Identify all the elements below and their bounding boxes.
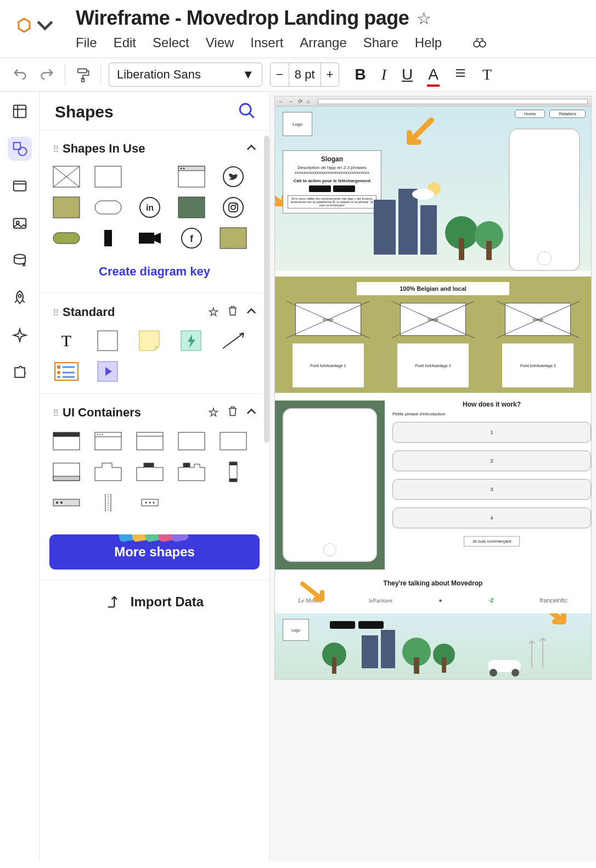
shape-panel-thin[interactable] bbox=[220, 430, 247, 452]
align-button[interactable] bbox=[454, 66, 467, 83]
wf-nav-home[interactable]: Home bbox=[515, 110, 545, 118]
import-data-button[interactable]: Import Data bbox=[40, 579, 269, 624]
menu-view[interactable]: View bbox=[206, 35, 234, 53]
menu-select[interactable]: Select bbox=[153, 35, 189, 53]
shape-tab-filled[interactable] bbox=[136, 461, 164, 483]
more-shapes-button[interactable]: More shapes bbox=[49, 534, 260, 570]
shape-browser-dots[interactable] bbox=[94, 430, 122, 452]
svg-point-27 bbox=[231, 205, 235, 210]
pin-icon[interactable]: ☆ bbox=[208, 305, 219, 319]
wf-belgian-title: 100% Belgian and local bbox=[357, 282, 509, 295]
shape-list[interactable] bbox=[53, 360, 80, 382]
italic-button[interactable]: I bbox=[381, 66, 386, 83]
text-color-button[interactable]: A bbox=[428, 66, 438, 83]
svg-point-40 bbox=[57, 371, 60, 374]
star-icon[interactable]: ☆ bbox=[417, 9, 431, 28]
collapse-icon[interactable] bbox=[246, 305, 256, 319]
wf-nav-retailers[interactable]: Retailers bbox=[549, 110, 586, 118]
text-tool-button[interactable]: T bbox=[482, 66, 492, 83]
wf-step-4[interactable]: 4 bbox=[392, 508, 591, 528]
shape-black-bar[interactable] bbox=[94, 227, 122, 249]
wf-step-3[interactable]: 3 bbox=[392, 479, 591, 500]
shape-play[interactable] bbox=[94, 360, 122, 382]
shape-olive-rect[interactable] bbox=[53, 196, 80, 218]
shape-vstack[interactable] bbox=[220, 461, 247, 483]
annotation-arrow bbox=[300, 579, 327, 606]
menu-insert[interactable]: Insert bbox=[250, 35, 283, 53]
menu-help[interactable]: Help bbox=[415, 35, 442, 53]
shape-browser[interactable] bbox=[178, 166, 205, 188]
rail-image-icon[interactable] bbox=[8, 211, 32, 235]
shape-rounded-rect[interactable] bbox=[94, 196, 122, 218]
size-increase[interactable]: + bbox=[321, 63, 339, 86]
wf-step-2[interactable]: 2 bbox=[392, 450, 591, 471]
shape-linkedin-icon[interactable]: in bbox=[136, 196, 164, 218]
rail-data-icon[interactable] bbox=[8, 249, 32, 273]
svg-rect-69 bbox=[459, 238, 464, 260]
app-logo[interactable] bbox=[15, 16, 54, 34]
shape-tab[interactable] bbox=[94, 461, 122, 483]
trash-icon[interactable] bbox=[227, 405, 239, 420]
svg-point-63 bbox=[149, 502, 151, 504]
shape-flash[interactable] bbox=[178, 330, 205, 352]
shape-twitter-icon[interactable] bbox=[220, 166, 247, 188]
wf-adv-1: Point fort/Avantage 1 bbox=[293, 343, 364, 387]
svg-rect-29 bbox=[53, 233, 80, 244]
shape-arrow[interactable] bbox=[220, 330, 247, 352]
shape-green-rect[interactable] bbox=[178, 196, 205, 218]
search-icon[interactable] bbox=[473, 35, 487, 53]
collapse-icon[interactable] bbox=[246, 405, 256, 420]
canvas[interactable]: ←→⟳⌂ Home Retailers Logo Slogan Descript… bbox=[270, 92, 596, 861]
rail-sparkle-icon[interactable] bbox=[8, 323, 32, 347]
wireframe-browser[interactable]: ←→⟳⌂ Home Retailers Logo Slogan Descript… bbox=[274, 96, 592, 680]
trash-icon[interactable] bbox=[227, 305, 239, 320]
shape-video-icon[interactable] bbox=[136, 227, 164, 249]
rail-shapes-icon[interactable] bbox=[8, 137, 32, 161]
shape-facebook-icon[interactable]: f bbox=[178, 227, 205, 249]
wf-merchant-btn[interactable]: Je suis commerçant bbox=[464, 536, 519, 546]
size-decrease[interactable]: − bbox=[271, 63, 289, 86]
shape-note[interactable] bbox=[136, 330, 164, 352]
wf-step-1[interactable]: 1 bbox=[392, 422, 591, 443]
shape-rectangle[interactable] bbox=[94, 166, 122, 188]
section-title: Shapes In Use bbox=[63, 142, 145, 155]
shape-olive-rect-2[interactable] bbox=[220, 227, 247, 249]
shape-split-v[interactable] bbox=[94, 492, 122, 514]
shape-square[interactable] bbox=[94, 330, 122, 352]
svg-rect-54 bbox=[183, 463, 190, 467]
document-title[interactable]: Wireframe - Movedrop Landing page bbox=[76, 7, 409, 30]
collapse-icon[interactable] bbox=[246, 142, 256, 156]
size-value[interactable]: 8 pt bbox=[289, 63, 321, 86]
rail-puzzle-icon[interactable] bbox=[8, 360, 32, 385]
shape-pill-green[interactable] bbox=[53, 227, 80, 249]
shape-browser-dark[interactable] bbox=[53, 430, 80, 452]
paint-roller-icon[interactable] bbox=[73, 65, 93, 84]
undo-button[interactable] bbox=[10, 65, 30, 84]
shape-instagram-icon[interactable] bbox=[220, 196, 247, 218]
shape-menu-dots[interactable] bbox=[136, 492, 164, 514]
scrollbar[interactable] bbox=[264, 136, 269, 443]
shapes-panel: Shapes ⠿Shapes In Use in bbox=[40, 92, 270, 861]
rail-panels-icon[interactable] bbox=[8, 99, 32, 123]
font-select[interactable]: Liberation Sans ▼ bbox=[109, 63, 262, 87]
shape-footer-panel[interactable] bbox=[53, 461, 80, 483]
redo-button[interactable] bbox=[37, 65, 57, 84]
bold-button[interactable]: B bbox=[355, 66, 366, 83]
shape-panel[interactable] bbox=[178, 430, 205, 452]
menu-file[interactable]: File bbox=[76, 35, 97, 53]
create-key-link[interactable]: Create diagram key bbox=[49, 251, 260, 284]
shape-image-placeholder[interactable] bbox=[53, 166, 80, 188]
rail-window-icon[interactable] bbox=[8, 174, 32, 198]
shape-text[interactable]: T bbox=[53, 330, 80, 352]
menu-edit[interactable]: Edit bbox=[114, 35, 136, 53]
menu-share[interactable]: Share bbox=[363, 35, 398, 53]
shape-tab-multi[interactable] bbox=[178, 461, 205, 483]
shape-toolbar[interactable] bbox=[53, 492, 80, 514]
font-name: Liberation Sans bbox=[117, 67, 201, 82]
menu-arrange[interactable]: Arrange bbox=[300, 35, 346, 53]
underline-button[interactable]: U bbox=[402, 66, 413, 83]
pin-icon[interactable]: ☆ bbox=[208, 405, 219, 420]
rail-rocket-icon[interactable] bbox=[8, 286, 32, 310]
shape-window[interactable] bbox=[136, 430, 164, 452]
search-icon[interactable] bbox=[238, 102, 256, 122]
